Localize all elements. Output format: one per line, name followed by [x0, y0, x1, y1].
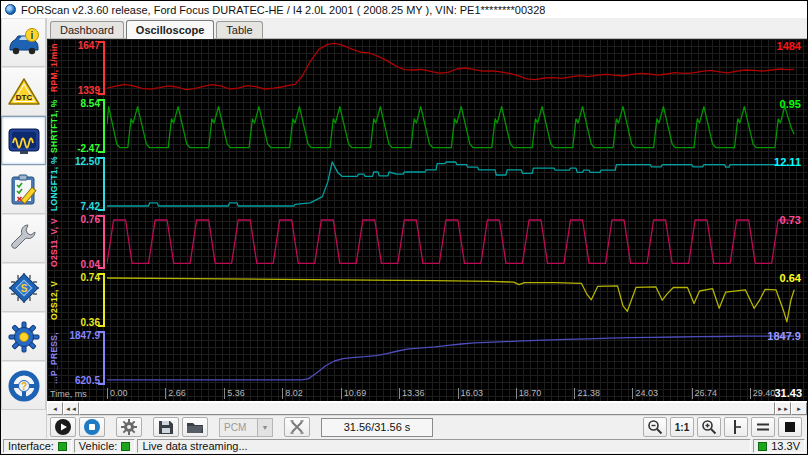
chevron-down-icon: ▼	[257, 419, 272, 436]
scroll-right-icon[interactable]: ►	[791, 402, 807, 415]
cursor-marker-icon	[729, 419, 743, 435]
voltage-status-indicator	[758, 442, 767, 451]
zoom-out-button[interactable]	[643, 417, 667, 437]
time-tick: 5.36	[224, 388, 245, 399]
steering-wheel-help-icon: ?	[8, 370, 40, 402]
gear-small-icon	[120, 418, 138, 436]
module-select-value: PCM	[220, 422, 257, 433]
time-tick: 13.36	[399, 388, 425, 399]
svg-text:S: S	[20, 283, 27, 294]
channel-min-value: 1339	[78, 85, 100, 96]
dtc-warning-icon: DTC	[7, 76, 41, 108]
cut-icon	[289, 419, 305, 435]
sidebar-item-vehicle-info[interactable]: i	[1, 18, 46, 67]
interface-status-indicator	[58, 442, 67, 451]
channel-current-value: 0.64	[780, 272, 801, 284]
channel-min-value: 620.5	[75, 375, 100, 386]
gear-icon	[8, 321, 40, 353]
channel-current-value: 1847.9	[767, 330, 801, 342]
channel-band-o2s12: O2S12, V0.740.360.64	[47, 271, 807, 329]
sidebar-item-tests[interactable]	[1, 165, 46, 214]
app-icon	[5, 4, 16, 15]
horizontal-scrollbar: ◄ ◄◄ ►► ►	[47, 401, 807, 415]
time-ticks: 0.002.665.368.0210.6913.3616.0318.7021.3…	[107, 387, 807, 401]
zoom-ratio-button[interactable]: 1:1	[670, 417, 694, 437]
channel-name-label: O2S12, V	[47, 271, 61, 329]
channel-name-label: O2S11_V, V	[47, 213, 61, 271]
window-title: FORScan v2.3.60 release, Ford Focus DURA…	[21, 4, 545, 16]
time-tick: 24.03	[632, 388, 658, 399]
channel-trace	[107, 39, 807, 97]
time-tick: 8.02	[282, 388, 303, 399]
channel-current-value: 1484	[777, 40, 801, 52]
stop-button[interactable]	[79, 417, 105, 437]
channel-minmax: 8.54-2.47	[61, 97, 103, 155]
voltage-value: 13.3V	[771, 440, 800, 452]
channel-minmax: 12.507.42	[61, 155, 103, 213]
scrollbar-thumb[interactable]	[79, 402, 775, 415]
sidebar-item-about[interactable]: ?	[1, 361, 46, 410]
channel-band-shrtft1: SHRTFT1, %8.54-2.470.95	[47, 97, 807, 155]
svg-text:?: ?	[20, 381, 26, 392]
channel-name-label: ...P_PRESS, kPa	[47, 329, 61, 387]
channel-band-longft1: LONGFT1, %12.507.4212.11	[47, 155, 807, 213]
sidebar-item-dtc[interactable]: DTC	[1, 67, 46, 116]
interface-status: Interface:	[3, 439, 72, 453]
stop-icon	[83, 418, 101, 436]
open-button[interactable]	[182, 417, 208, 437]
tab-dashboard[interactable]: Dashboard	[50, 21, 124, 38]
channel-minmax: 1847.9620.5	[61, 329, 103, 387]
time-end-label: 31.43	[774, 387, 802, 399]
channel-band-rpm: RPM, 1/min164713391484	[47, 39, 807, 97]
channel-trace	[107, 329, 807, 387]
play-icon	[54, 418, 72, 436]
channel-trace	[107, 213, 807, 271]
tab-table[interactable]: Table	[216, 21, 262, 38]
play-button[interactable]	[50, 417, 76, 437]
time-tick: 21.38	[574, 388, 600, 399]
cursor-button[interactable]	[724, 417, 748, 437]
zoom-in-button[interactable]	[697, 417, 721, 437]
oscilloscope-panel: RPM, 1/min164713391484SHRTFT1, %8.54-2.4…	[47, 39, 807, 401]
time-tick: 0.00	[107, 388, 128, 399]
time-tick: 26.74	[692, 388, 718, 399]
time-tick: 10.69	[341, 388, 367, 399]
vehicle-status-indicator	[121, 442, 130, 451]
zoom-in-icon	[701, 419, 717, 435]
channel-band-o2s11: O2S11_V, V0.760.040.73	[47, 213, 807, 271]
sidebar-item-oscilloscope[interactable]	[1, 116, 46, 165]
vehicle-label: Vehicle:	[79, 440, 118, 452]
tests-clipboard-icon	[9, 174, 39, 206]
channel-plot: 12.11	[107, 155, 807, 213]
channel-trace	[107, 271, 807, 329]
tab-oscilloscope[interactable]: Oscilloscope	[126, 20, 214, 39]
channel-minmax: 16471339	[61, 39, 103, 97]
channel-plot: 0.64	[107, 271, 807, 329]
channel-trace	[107, 97, 807, 155]
svg-text:i: i	[30, 29, 33, 40]
sidebar-item-service[interactable]	[1, 214, 46, 263]
scroll-right-fast-icon[interactable]: ►►	[775, 402, 791, 415]
cut-button[interactable]	[284, 417, 310, 437]
solid-square-icon	[784, 421, 796, 433]
scroll-left-icon[interactable]: ◄	[47, 402, 63, 415]
channel-minmax: 0.740.36	[61, 271, 103, 329]
channel-max-value: 1847.9	[69, 330, 100, 341]
channel-name-label: SHRTFT1, %	[47, 97, 61, 155]
solid-view-button[interactable]	[778, 417, 802, 437]
vehicle-status: Vehicle:	[74, 439, 136, 453]
time-tick: 18.70	[516, 388, 542, 399]
sidebar-item-configuration[interactable]: S	[1, 263, 46, 312]
wrench-icon	[8, 223, 40, 255]
module-select[interactable]: PCM ▼	[219, 418, 273, 437]
scope-settings-button[interactable]	[116, 417, 142, 437]
scroll-left-fast-icon[interactable]: ◄◄	[63, 402, 79, 415]
channel-min-value: -2.47	[77, 143, 100, 154]
save-button[interactable]	[153, 417, 179, 437]
status-message: Live data streaming...	[137, 439, 751, 453]
sidebar-item-settings[interactable]	[1, 312, 46, 361]
levels-button[interactable]	[751, 417, 775, 437]
channel-max-value: 12.50	[75, 156, 100, 167]
channel-current-value: 12.11	[774, 156, 801, 168]
channel-band-map_press: ...P_PRESS, kPa1847.9620.51847.9	[47, 329, 807, 387]
